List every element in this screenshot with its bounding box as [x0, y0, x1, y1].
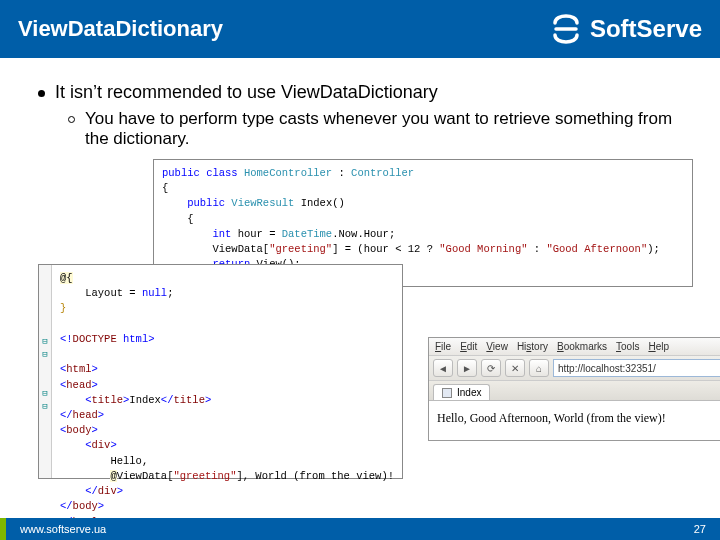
browser-page: Hello, Good Afternoon, World (from the v… — [429, 401, 720, 440]
home-button[interactable]: ⌂ — [529, 359, 549, 377]
browser-menubar: File Edit View History Bookmarks Tools H… — [429, 338, 720, 356]
bullet-l1-text: It isn’t recommended to use ViewDataDict… — [55, 82, 438, 103]
bullet-level2: You have to perform type casts whenever … — [68, 109, 698, 149]
brand: SoftServe — [550, 13, 702, 45]
slide-header: ViewDataDictionary SoftServe — [0, 0, 720, 58]
page-text: Hello, Good Afternoon, World (from the v… — [437, 411, 666, 425]
code-gutter: ⊟⊟⊟⊟ — [39, 265, 52, 478]
bullet-level1: It isn’t recommended to use ViewDataDict… — [38, 82, 698, 103]
bullet-dot-icon — [38, 90, 45, 97]
menu-help[interactable]: Help — [648, 341, 669, 352]
forward-button[interactable]: ► — [457, 359, 477, 377]
brand-logo-icon — [550, 13, 582, 45]
browser-window: File Edit View History Bookmarks Tools H… — [428, 337, 720, 441]
code-razor-body: @{ Layout = null; } <!DOCTYPE html> <htm… — [52, 265, 402, 478]
bullet-circle-icon — [68, 116, 75, 123]
footer-accent — [0, 518, 6, 540]
footer-site: www.softserve.ua — [20, 523, 106, 535]
bullet-l2-text: You have to perform type casts whenever … — [85, 109, 698, 149]
panels: public class HomeController : Controller… — [38, 159, 698, 499]
slide-title: ViewDataDictionary — [18, 16, 223, 42]
menu-edit[interactable]: Edit — [460, 341, 477, 352]
favicon-icon — [442, 388, 452, 398]
content-area: It isn’t recommended to use ViewDataDict… — [0, 58, 720, 499]
browser-tabbar: Index — [429, 381, 720, 401]
menu-history[interactable]: History — [517, 341, 548, 352]
tab-label: Index — [457, 387, 481, 398]
menu-view[interactable]: View — [486, 341, 508, 352]
url-bar[interactable]: http://localhost:32351/ — [553, 359, 720, 377]
code-razor: ⊟⊟⊟⊟ @{ Layout = null; } <!DOCTYPE html>… — [38, 264, 403, 479]
menu-tools[interactable]: Tools — [616, 341, 639, 352]
slide-footer: www.softserve.ua 27 — [0, 518, 720, 540]
brand-name: SoftServe — [590, 15, 702, 43]
browser-tab[interactable]: Index — [433, 384, 490, 400]
browser-toolbar: ◄ ► ⟳ ✕ ⌂ http://localhost:32351/ — [429, 356, 720, 381]
menu-file[interactable]: File — [435, 341, 451, 352]
page-number: 27 — [694, 523, 706, 535]
back-button[interactable]: ◄ — [433, 359, 453, 377]
stop-button[interactable]: ✕ — [505, 359, 525, 377]
reload-button[interactable]: ⟳ — [481, 359, 501, 377]
menu-bookmarks[interactable]: Bookmarks — [557, 341, 607, 352]
